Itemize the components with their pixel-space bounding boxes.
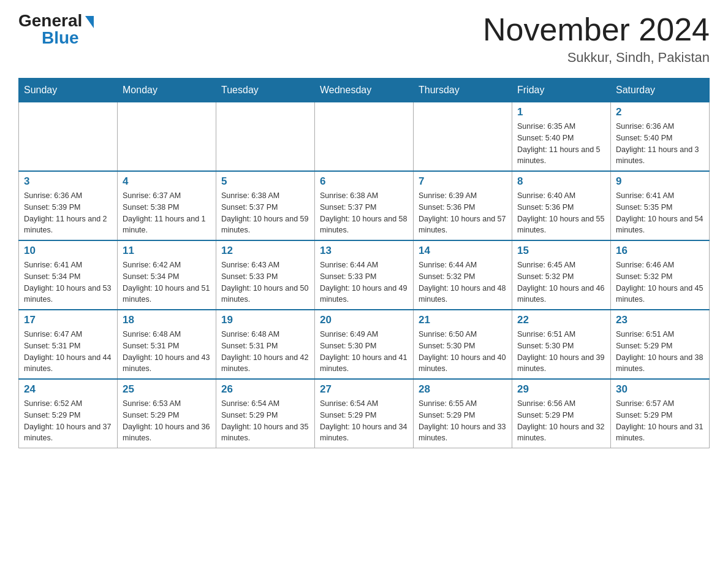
day-number: 12	[221, 245, 309, 257]
day-number: 2	[616, 106, 704, 118]
weekday-header-tuesday: Tuesday	[216, 79, 315, 102]
day-number: 6	[320, 175, 408, 188]
page-header: General Blue November 2024 Sukkur, Sindh…	[18, 12, 710, 66]
calendar-cell: 7Sunrise: 6:39 AMSunset: 5:36 PMDaylight…	[414, 171, 512, 240]
weekday-header-saturday: Saturday	[611, 79, 710, 102]
calendar-cell: 5Sunrise: 6:38 AMSunset: 5:37 PMDaylight…	[216, 171, 315, 240]
day-info: Sunrise: 6:57 AMSunset: 5:29 PMDaylight:…	[616, 398, 704, 444]
calendar-cell: 19Sunrise: 6:48 AMSunset: 5:31 PMDayligh…	[216, 310, 315, 379]
calendar-week-1: 1Sunrise: 6:35 AMSunset: 5:40 PMDaylight…	[19, 102, 710, 172]
day-info: Sunrise: 6:53 AMSunset: 5:29 PMDaylight:…	[123, 398, 211, 444]
calendar-cell: 3Sunrise: 6:36 AMSunset: 5:39 PMDaylight…	[19, 171, 118, 240]
weekday-header-sunday: Sunday	[19, 79, 118, 102]
logo: General Blue	[18, 12, 94, 47]
weekday-header-thursday: Thursday	[414, 79, 512, 102]
calendar-cell: 15Sunrise: 6:45 AMSunset: 5:32 PMDayligh…	[512, 240, 611, 310]
day-info: Sunrise: 6:51 AMSunset: 5:30 PMDaylight:…	[517, 329, 605, 375]
weekday-header-friday: Friday	[512, 79, 611, 102]
calendar-cell: 22Sunrise: 6:51 AMSunset: 5:30 PMDayligh…	[512, 310, 611, 379]
day-info: Sunrise: 6:43 AMSunset: 5:33 PMDaylight:…	[221, 259, 309, 305]
day-info: Sunrise: 6:45 AMSunset: 5:32 PMDaylight:…	[517, 259, 605, 305]
calendar-cell	[414, 102, 512, 172]
day-number: 25	[123, 383, 211, 396]
day-info: Sunrise: 6:49 AMSunset: 5:30 PMDaylight:…	[320, 329, 408, 375]
logo-general-text: General	[18, 12, 82, 29]
day-info: Sunrise: 6:46 AMSunset: 5:32 PMDaylight:…	[616, 259, 704, 305]
calendar-cell: 30Sunrise: 6:57 AMSunset: 5:29 PMDayligh…	[611, 379, 710, 448]
calendar-cell: 29Sunrise: 6:56 AMSunset: 5:29 PMDayligh…	[512, 379, 611, 448]
day-info: Sunrise: 6:44 AMSunset: 5:32 PMDaylight:…	[419, 259, 507, 305]
calendar-cell: 18Sunrise: 6:48 AMSunset: 5:31 PMDayligh…	[118, 310, 216, 379]
calendar-cell	[19, 102, 118, 172]
day-number: 20	[320, 314, 408, 326]
day-info: Sunrise: 6:47 AMSunset: 5:31 PMDaylight:…	[24, 329, 112, 375]
calendar-cell: 16Sunrise: 6:46 AMSunset: 5:32 PMDayligh…	[611, 240, 710, 310]
day-info: Sunrise: 6:36 AMSunset: 5:39 PMDaylight:…	[24, 190, 112, 236]
day-info: Sunrise: 6:54 AMSunset: 5:29 PMDaylight:…	[320, 398, 408, 444]
day-number: 1	[517, 106, 605, 118]
calendar-cell: 13Sunrise: 6:44 AMSunset: 5:33 PMDayligh…	[315, 240, 414, 310]
calendar-cell: 26Sunrise: 6:54 AMSunset: 5:29 PMDayligh…	[216, 379, 315, 448]
day-number: 5	[221, 175, 309, 188]
day-number: 3	[24, 175, 112, 188]
day-info: Sunrise: 6:41 AMSunset: 5:34 PMDaylight:…	[24, 259, 112, 305]
day-number: 13	[320, 245, 408, 257]
day-number: 21	[419, 314, 507, 326]
calendar-cell: 10Sunrise: 6:41 AMSunset: 5:34 PMDayligh…	[19, 240, 118, 310]
day-number: 28	[419, 383, 507, 396]
calendar-cell: 2Sunrise: 6:36 AMSunset: 5:40 PMDaylight…	[611, 102, 710, 172]
day-number: 9	[616, 175, 704, 188]
day-number: 30	[616, 383, 704, 396]
day-info: Sunrise: 6:37 AMSunset: 5:38 PMDaylight:…	[123, 190, 211, 236]
calendar-week-4: 17Sunrise: 6:47 AMSunset: 5:31 PMDayligh…	[19, 310, 710, 379]
day-number: 4	[123, 175, 211, 188]
calendar-cell: 4Sunrise: 6:37 AMSunset: 5:38 PMDaylight…	[118, 171, 216, 240]
calendar-table: SundayMondayTuesdayWednesdayThursdayFrid…	[18, 78, 710, 448]
calendar-week-3: 10Sunrise: 6:41 AMSunset: 5:34 PMDayligh…	[19, 240, 710, 310]
day-number: 23	[616, 314, 704, 326]
day-number: 15	[517, 245, 605, 257]
day-number: 7	[419, 175, 507, 188]
calendar-cell: 1Sunrise: 6:35 AMSunset: 5:40 PMDaylight…	[512, 102, 611, 172]
day-info: Sunrise: 6:41 AMSunset: 5:35 PMDaylight:…	[616, 190, 704, 236]
day-number: 29	[517, 383, 605, 396]
calendar-cell: 27Sunrise: 6:54 AMSunset: 5:29 PMDayligh…	[315, 379, 414, 448]
calendar-cell: 6Sunrise: 6:38 AMSunset: 5:37 PMDaylight…	[315, 171, 414, 240]
day-number: 24	[24, 383, 112, 396]
calendar-cell: 23Sunrise: 6:51 AMSunset: 5:29 PMDayligh…	[611, 310, 710, 379]
day-info: Sunrise: 6:52 AMSunset: 5:29 PMDaylight:…	[24, 398, 112, 444]
day-info: Sunrise: 6:50 AMSunset: 5:30 PMDaylight:…	[419, 329, 507, 375]
calendar-week-5: 24Sunrise: 6:52 AMSunset: 5:29 PMDayligh…	[19, 379, 710, 448]
day-info: Sunrise: 6:44 AMSunset: 5:33 PMDaylight:…	[320, 259, 408, 305]
location-title: Sukkur, Sindh, Pakistan	[483, 50, 710, 66]
weekday-header-monday: Monday	[118, 79, 216, 102]
title-section: November 2024 Sukkur, Sindh, Pakistan	[483, 12, 710, 66]
day-number: 22	[517, 314, 605, 326]
day-number: 10	[24, 245, 112, 257]
calendar-cell: 17Sunrise: 6:47 AMSunset: 5:31 PMDayligh…	[19, 310, 118, 379]
day-number: 19	[221, 314, 309, 326]
calendar-cell: 12Sunrise: 6:43 AMSunset: 5:33 PMDayligh…	[216, 240, 315, 310]
day-number: 17	[24, 314, 112, 326]
day-number: 14	[419, 245, 507, 257]
calendar-cell: 21Sunrise: 6:50 AMSunset: 5:30 PMDayligh…	[414, 310, 512, 379]
calendar-cell: 11Sunrise: 6:42 AMSunset: 5:34 PMDayligh…	[118, 240, 216, 310]
calendar-cell: 14Sunrise: 6:44 AMSunset: 5:32 PMDayligh…	[414, 240, 512, 310]
calendar-cell	[216, 102, 315, 172]
day-info: Sunrise: 6:40 AMSunset: 5:36 PMDaylight:…	[517, 190, 605, 236]
logo-blue-text: Blue	[42, 29, 79, 47]
calendar-cell: 9Sunrise: 6:41 AMSunset: 5:35 PMDaylight…	[611, 171, 710, 240]
logo-arrow-icon	[85, 16, 94, 28]
calendar-cell: 25Sunrise: 6:53 AMSunset: 5:29 PMDayligh…	[118, 379, 216, 448]
day-info: Sunrise: 6:42 AMSunset: 5:34 PMDaylight:…	[123, 259, 211, 305]
calendar-cell: 24Sunrise: 6:52 AMSunset: 5:29 PMDayligh…	[19, 379, 118, 448]
day-info: Sunrise: 6:56 AMSunset: 5:29 PMDaylight:…	[517, 398, 605, 444]
day-info: Sunrise: 6:55 AMSunset: 5:29 PMDaylight:…	[419, 398, 507, 444]
weekday-header-wednesday: Wednesday	[315, 79, 414, 102]
day-number: 8	[517, 175, 605, 188]
day-info: Sunrise: 6:38 AMSunset: 5:37 PMDaylight:…	[320, 190, 408, 236]
calendar-cell: 28Sunrise: 6:55 AMSunset: 5:29 PMDayligh…	[414, 379, 512, 448]
month-title: November 2024	[483, 12, 710, 47]
day-number: 16	[616, 245, 704, 257]
calendar-cell	[118, 102, 216, 172]
